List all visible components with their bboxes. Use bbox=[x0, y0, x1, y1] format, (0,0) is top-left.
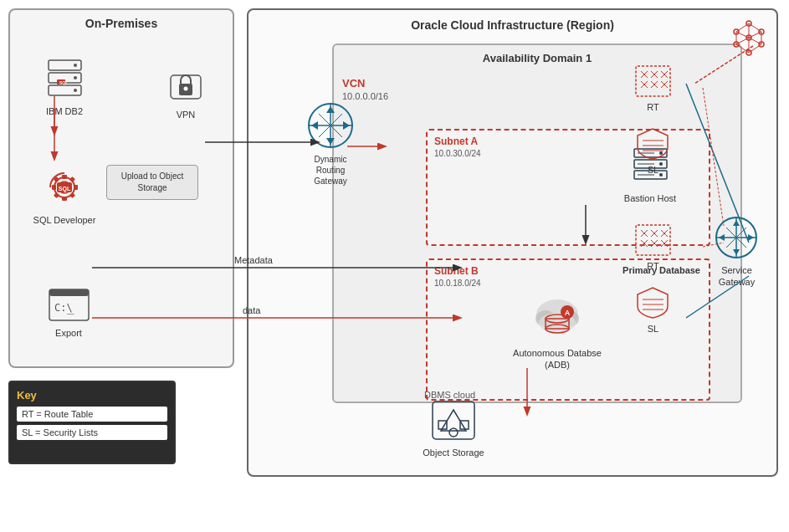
svg-text:A: A bbox=[564, 309, 570, 317]
export-icon: C:\ _ bbox=[46, 286, 92, 324]
svg-rect-14 bbox=[62, 197, 67, 201]
dynamic-routing-gateway-icon-box: DynamicRoutingGateway bbox=[297, 100, 364, 187]
sl2-icon-box: SL bbox=[630, 286, 676, 335]
upload-object-storage-box: Upload to Object Storage bbox=[106, 165, 198, 200]
svg-marker-93 bbox=[326, 138, 335, 145]
autonomous-db-icon-box: A Autonomous Databse (ADB) bbox=[511, 294, 603, 371]
svg-text:SQL: SQL bbox=[58, 186, 70, 192]
svg-text:SQL: SQL bbox=[59, 80, 68, 85]
object-storage-icon bbox=[428, 397, 479, 443]
rt2-icon bbox=[634, 223, 672, 257]
svg-text:_: _ bbox=[67, 300, 74, 315]
svg-line-104 bbox=[749, 23, 761, 32]
bastion-host-label: Bastion Host bbox=[624, 192, 676, 204]
svg-point-10 bbox=[184, 87, 188, 91]
vpn-icon-box: VPN bbox=[161, 69, 211, 120]
ibm-db2-icon-box: SQL IBM DB2 bbox=[35, 56, 94, 117]
svg-marker-95 bbox=[343, 121, 350, 130]
svg-rect-18 bbox=[69, 176, 74, 182]
autonomous-db-label: Autonomous Databse (ADB) bbox=[511, 347, 603, 371]
svg-point-4 bbox=[74, 76, 77, 79]
availability-domain-section: Availability Domain 1 VCN 10.0.0.0/16 Su… bbox=[332, 43, 742, 403]
oracle-cloud-section: Oracle Cloud Infrastructure (Region) Ava… bbox=[247, 8, 778, 477]
subnet-b-address: 10.0.18.0/24 bbox=[434, 279, 481, 288]
svg-line-107 bbox=[736, 44, 749, 53]
rt1-label: RT bbox=[647, 101, 658, 113]
subnet-a-address: 10.0.30.0/24 bbox=[434, 149, 481, 158]
rt2-label: RT bbox=[647, 260, 658, 272]
service-gateway-icon-box: Service Gateway bbox=[705, 215, 768, 289]
dynamic-routing-gateway-icon bbox=[305, 100, 356, 151]
ibm-db2-icon: SQL bbox=[42, 56, 88, 102]
key-item-sl: SL = Security Lists bbox=[17, 425, 167, 440]
svg-marker-80 bbox=[733, 220, 740, 226]
svg-rect-16 bbox=[74, 185, 78, 190]
service-gateway-icon bbox=[714, 215, 760, 261]
svg-line-111 bbox=[749, 32, 761, 38]
oracle-cloud-label: Oracle Cloud Infrastructure (Region) bbox=[411, 18, 614, 32]
svg-line-103 bbox=[736, 23, 749, 32]
sl2-icon bbox=[634, 286, 672, 320]
svg-marker-81 bbox=[733, 249, 740, 255]
svg-rect-13 bbox=[62, 175, 67, 179]
subnet-b-label: Subnet B bbox=[434, 265, 479, 277]
svg-rect-20 bbox=[53, 192, 59, 198]
object-storage-label: Object Storage bbox=[423, 447, 484, 458]
object-storage-icon-box: Object Storage bbox=[416, 397, 491, 458]
sql-developer-icon: SQL bbox=[42, 165, 88, 211]
autonomous-db-icon: A bbox=[530, 294, 585, 344]
ibm-db2-label: IBM DB2 bbox=[46, 105, 83, 117]
svg-point-3 bbox=[74, 64, 77, 67]
svg-rect-19 bbox=[69, 192, 74, 198]
dbms-cloud-label: DBMS cloud bbox=[424, 390, 475, 400]
svg-rect-24 bbox=[49, 289, 89, 296]
sl1-icon bbox=[634, 127, 672, 161]
key-box: Key RT = Route Table SL = Security Lists bbox=[8, 381, 176, 464]
on-premises-label: On-Premises bbox=[85, 17, 157, 30]
dynamic-routing-gateway-label: DynamicRoutingGateway bbox=[314, 154, 346, 187]
rt1-icon bbox=[634, 64, 672, 98]
vcn-label: VCN bbox=[342, 77, 365, 90]
network-icon-box bbox=[724, 15, 774, 57]
svg-line-113 bbox=[749, 38, 761, 44]
network-icon bbox=[728, 15, 770, 57]
rt2-icon-box: RT bbox=[630, 223, 676, 272]
sql-developer-label: SQL Developer bbox=[33, 214, 96, 226]
key-item-rt: RT = Route Table bbox=[17, 407, 167, 422]
vpn-label: VPN bbox=[177, 109, 196, 120]
key-title: Key bbox=[17, 389, 167, 402]
upload-object-storage-label: Upload to Object Storage bbox=[115, 171, 189, 194]
export-label: Export bbox=[55, 327, 82, 339]
svg-line-108 bbox=[749, 44, 761, 53]
service-gateway-label: Service Gateway bbox=[705, 264, 768, 289]
on-premises-section: On-Premises SQL IBM DB2 bbox=[8, 8, 234, 368]
svg-marker-94 bbox=[311, 121, 318, 130]
vpn-icon bbox=[167, 69, 204, 105]
sql-developer-icon-box: SQL SQL Developer bbox=[27, 165, 102, 226]
sl1-label: SL bbox=[648, 164, 658, 176]
svg-point-86 bbox=[449, 428, 458, 437]
svg-marker-82 bbox=[719, 234, 725, 241]
diagram-container: On-Premises SQL IBM DB2 bbox=[0, 0, 789, 532]
subnet-a-label: Subnet A bbox=[434, 136, 478, 147]
export-icon-box: C:\ _ Export bbox=[35, 286, 102, 339]
availability-domain-label: Availability Domain 1 bbox=[483, 52, 592, 64]
svg-point-5 bbox=[74, 89, 77, 92]
sl1-icon-box: SL bbox=[630, 127, 676, 176]
rt1-icon-box: RT bbox=[630, 64, 676, 113]
svg-line-110 bbox=[736, 32, 749, 38]
svg-marker-92 bbox=[326, 106, 335, 113]
svg-marker-83 bbox=[748, 234, 754, 241]
sl2-label: SL bbox=[648, 323, 658, 335]
svg-line-112 bbox=[736, 38, 749, 44]
svg-rect-15 bbox=[52, 185, 56, 190]
